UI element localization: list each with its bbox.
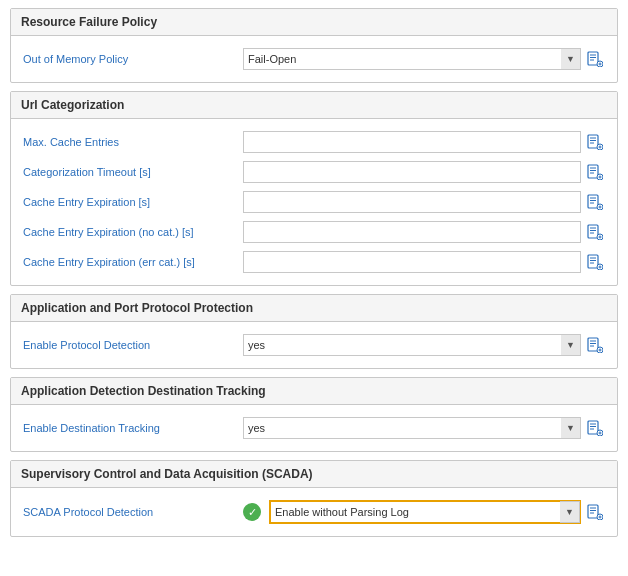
svg-rect-28 bbox=[588, 225, 598, 238]
doc-settings-icon[interactable] bbox=[585, 222, 605, 242]
section-app-detection-tracking: Application Detection Destination Tracki… bbox=[10, 377, 618, 452]
section-resource-failure-policy: Resource Failure PolicyOut of Memory Pol… bbox=[10, 8, 618, 83]
svg-rect-14 bbox=[588, 165, 598, 178]
label-out-of-memory-policy: Out of Memory Policy bbox=[23, 53, 243, 65]
form-row-cache-entry-expiration-errcat: Cache Entry Expiration (err cat.) [s] bbox=[17, 247, 611, 277]
doc-settings-icon[interactable] bbox=[585, 132, 605, 152]
control-area-cache-entry-expiration-errcat bbox=[243, 251, 605, 273]
control-area-cache-entry-expiration-nocat bbox=[243, 221, 605, 243]
section-body-scada: SCADA Protocol Detection✓Enable without … bbox=[11, 488, 617, 536]
control-area-enable-destination-tracking: yesno▼ bbox=[243, 417, 605, 439]
section-body-app-port-protocol: Enable Protocol Detectionyesno▼ bbox=[11, 322, 617, 368]
form-row-scada-protocol-detection: SCADA Protocol Detection✓Enable without … bbox=[17, 496, 611, 528]
control-area-enable-protocol-detection: yesno▼ bbox=[243, 334, 605, 356]
section-body-url-categorization: Max. Cache Entries Categorization Timeou… bbox=[11, 119, 617, 285]
control-area-cache-entry-expiration bbox=[243, 191, 605, 213]
control-area-scada-protocol-detection: ✓Enable without Parsing LogEnable with P… bbox=[243, 500, 605, 524]
form-row-enable-destination-tracking: Enable Destination Trackingyesno▼ bbox=[17, 413, 611, 443]
section-header-url-categorization: Url Categorization bbox=[11, 92, 617, 119]
input-categorization-timeout[interactable] bbox=[243, 161, 581, 183]
section-app-port-protocol: Application and Port Protocol Protection… bbox=[10, 294, 618, 369]
doc-settings-icon[interactable] bbox=[585, 252, 605, 272]
svg-rect-0 bbox=[588, 52, 598, 65]
section-header-resource-failure-policy: Resource Failure Policy bbox=[11, 9, 617, 36]
label-cache-entry-expiration-nocat: Cache Entry Expiration (no cat.) [s] bbox=[23, 226, 243, 238]
svg-rect-21 bbox=[588, 195, 598, 208]
select-arrow-enable-protocol-detection[interactable]: ▼ bbox=[561, 334, 581, 356]
doc-settings-icon[interactable] bbox=[585, 192, 605, 212]
svg-rect-42 bbox=[588, 338, 598, 351]
form-row-enable-protocol-detection: Enable Protocol Detectionyesno▼ bbox=[17, 330, 611, 360]
control-area-out-of-memory-policy: Fail-OpenFail-Closed▼ bbox=[243, 48, 605, 70]
doc-settings-icon[interactable] bbox=[585, 335, 605, 355]
svg-rect-35 bbox=[588, 255, 598, 268]
input-cache-entry-expiration-nocat[interactable] bbox=[243, 221, 581, 243]
form-row-out-of-memory-policy: Out of Memory PolicyFail-OpenFail-Closed… bbox=[17, 44, 611, 74]
select-arrow-enable-destination-tracking[interactable]: ▼ bbox=[561, 417, 581, 439]
svg-rect-7 bbox=[588, 135, 598, 148]
doc-settings-icon[interactable] bbox=[585, 418, 605, 438]
select-wrapper-out-of-memory-policy: Fail-OpenFail-Closed▼ bbox=[243, 48, 581, 70]
form-row-cache-entry-expiration: Cache Entry Expiration [s] bbox=[17, 187, 611, 217]
label-scada-protocol-detection: SCADA Protocol Detection bbox=[23, 506, 243, 518]
select-arrow-scada-protocol-detection[interactable]: ▼ bbox=[560, 501, 580, 523]
select-out-of-memory-policy[interactable]: Fail-OpenFail-Closed bbox=[243, 48, 581, 70]
select-wrapper-enable-destination-tracking: yesno▼ bbox=[243, 417, 581, 439]
section-body-app-detection-tracking: Enable Destination Trackingyesno▼ bbox=[11, 405, 617, 451]
doc-settings-icon[interactable] bbox=[585, 49, 605, 69]
control-area-max-cache-entries bbox=[243, 131, 605, 153]
green-check-icon: ✓ bbox=[243, 503, 261, 521]
select-wrapper-scada-protocol-detection: Enable without Parsing LogEnable with Pa… bbox=[269, 500, 581, 524]
svg-rect-56 bbox=[588, 505, 598, 518]
label-enable-protocol-detection: Enable Protocol Detection bbox=[23, 339, 243, 351]
select-enable-destination-tracking[interactable]: yesno bbox=[243, 417, 581, 439]
section-header-scada: Supervisory Control and Data Acquisition… bbox=[11, 461, 617, 488]
section-url-categorization: Url CategorizationMax. Cache Entries Cat… bbox=[10, 91, 618, 286]
label-enable-destination-tracking: Enable Destination Tracking bbox=[23, 422, 243, 434]
section-scada: Supervisory Control and Data Acquisition… bbox=[10, 460, 618, 537]
select-wrapper-enable-protocol-detection: yesno▼ bbox=[243, 334, 581, 356]
select-enable-protocol-detection[interactable]: yesno bbox=[243, 334, 581, 356]
section-header-app-detection-tracking: Application Detection Destination Tracki… bbox=[11, 378, 617, 405]
input-cache-entry-expiration-errcat[interactable] bbox=[243, 251, 581, 273]
doc-settings-icon[interactable] bbox=[585, 502, 605, 522]
label-max-cache-entries: Max. Cache Entries bbox=[23, 136, 243, 148]
input-cache-entry-expiration[interactable] bbox=[243, 191, 581, 213]
section-body-resource-failure-policy: Out of Memory PolicyFail-OpenFail-Closed… bbox=[11, 36, 617, 82]
select-scada-protocol-detection[interactable]: Enable without Parsing LogEnable with Pa… bbox=[270, 501, 580, 523]
label-cache-entry-expiration: Cache Entry Expiration [s] bbox=[23, 196, 243, 208]
doc-settings-icon[interactable] bbox=[585, 162, 605, 182]
form-row-categorization-timeout: Categorization Timeout [s] bbox=[17, 157, 611, 187]
svg-rect-49 bbox=[588, 421, 598, 434]
select-arrow-out-of-memory-policy[interactable]: ▼ bbox=[561, 48, 581, 70]
input-max-cache-entries[interactable] bbox=[243, 131, 581, 153]
section-header-app-port-protocol: Application and Port Protocol Protection bbox=[11, 295, 617, 322]
label-categorization-timeout: Categorization Timeout [s] bbox=[23, 166, 243, 178]
control-area-categorization-timeout bbox=[243, 161, 605, 183]
form-row-cache-entry-expiration-nocat: Cache Entry Expiration (no cat.) [s] bbox=[17, 217, 611, 247]
form-row-max-cache-entries: Max. Cache Entries bbox=[17, 127, 611, 157]
label-cache-entry-expiration-errcat: Cache Entry Expiration (err cat.) [s] bbox=[23, 256, 243, 268]
